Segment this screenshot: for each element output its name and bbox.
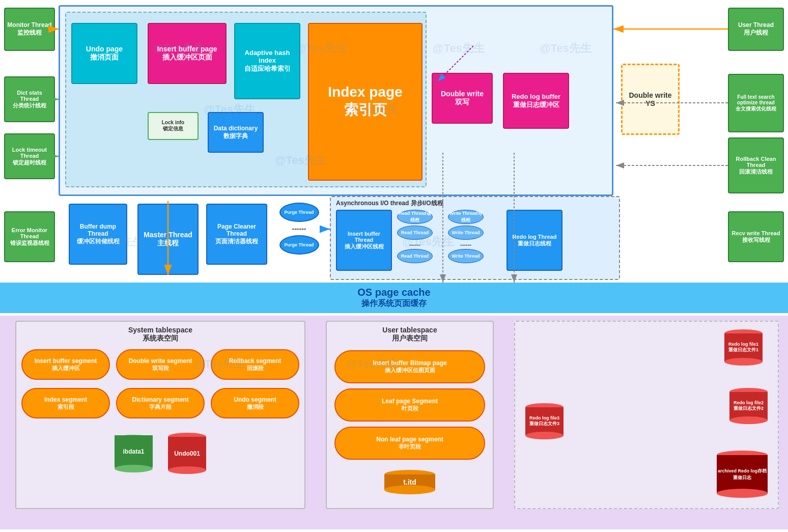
double-write-ys-text: Double write YS — [625, 91, 676, 107]
write-thread-1: Write Thread — [448, 226, 484, 240]
recv-write-thread-box: Recv write Thread 接收写线程 — [728, 211, 784, 262]
purge-thread-dots: ------ — [292, 225, 306, 233]
full-text-zh: 全文搜索优化线程 — [736, 105, 776, 113]
redo-log-file2-label: Redo log file2重做日志文件2 — [734, 400, 764, 412]
index-page-box: Index page 索引页 — [308, 23, 423, 181]
rollback-clean-thread-box: Rollback Clean Thread 回滚清洁线程 — [728, 137, 784, 193]
monitor-thread-box: Monitor Thread 监控线程 — [4, 8, 55, 51]
master-thread-box: Master Thread 主线程 — [137, 204, 199, 275]
rollback-clean-en: Rollback Clean Thread — [731, 156, 781, 168]
full-text-en: Full text search optimize thread — [731, 94, 781, 105]
archived-redo-log-cylinder: archived Redo log存档重做日志 — [717, 451, 768, 498]
write-thread-dots: ------ — [460, 241, 471, 247]
redo-log-file3-cylinder: Redo log file3重做日志文件3 — [525, 403, 564, 439]
double-write-segment: Double write segment 双写段 — [116, 349, 205, 380]
dict-stats-en: Dict stats Thread — [7, 90, 52, 102]
page-cleaner-en: Page Cleaner Thread — [209, 223, 264, 237]
undo-segment: Undo segment 撤消段 — [211, 388, 299, 418]
lock-info-zh: 锁定信息 — [163, 125, 183, 132]
insert-buffer-en: Insert buffer page — [157, 45, 217, 53]
index-page-zh: 索引页 — [344, 100, 387, 120]
data-dict-zh: 数据字典 — [223, 132, 248, 141]
redo-log-thread-box: Redo log Thread 重做日志线程 — [506, 210, 562, 271]
master-thread-zh: 主线程 — [157, 239, 179, 248]
os-cache-zh: 操作系统页面缓存 — [361, 298, 427, 309]
insert-buffer-zh: 插入缓冲区页面 — [162, 53, 212, 62]
user-tablespace-box: User tablespace 用户表空间 Insert buffer Bitm… — [326, 321, 494, 509]
read-thread-1: Read Thread — [397, 226, 433, 240]
buffer-dump-zh: 缓冲区转储线程 — [77, 237, 120, 246]
page-cleaner-zh: 页面清洁器线程 — [215, 237, 258, 246]
purge-thread-2-label: Purge Thread — [284, 242, 314, 247]
redo-log-thread-zh: 重做日志线程 — [518, 240, 551, 247]
double-write-zh: 双写 — [455, 98, 469, 107]
insert-buffer-thread-box: Insert buffer Thread 插入缓冲区线程 — [336, 210, 392, 271]
insert-buffer-thread-en: Insert buffer Thread — [339, 231, 389, 243]
data-dict-en: Data dictionary — [214, 125, 258, 132]
read-threads-col: Read Thread读线程 Read Thread ------ Read T… — [397, 210, 433, 263]
async-io-area: Asynchronous I/O thread 异步I/O线程 Insert b… — [330, 196, 620, 280]
user-tablespace-en: User tablespace — [382, 326, 437, 334]
undo-page-en: Undo page — [86, 45, 123, 53]
redo-log-buffer-en: Redo log buffer — [512, 93, 560, 100]
purge-threads-area: Purge Thread ------ Purge Thread — [277, 203, 321, 255]
redo-log-file1-label: Redo log file1重做日志文件1 — [728, 342, 758, 353]
write-thread-label: Write Thread写线程 — [448, 210, 484, 224]
data-dictionary-box: Data dictionary 数据字典 — [208, 112, 264, 153]
adaptive-hash-box: Adaptive hash index 自适应哈希索引 — [234, 23, 300, 99]
redo-log-thread-en: Redo log Thread — [513, 234, 557, 240]
dict-stats-zh: 分类统计线程 — [13, 102, 46, 109]
error-monitor-thread-box: Error Monitor Thread 错误监视器线程 — [4, 211, 55, 262]
redo-log-file2-cylinder: Redo log file2重做日志文件2 — [729, 388, 768, 424]
system-tablespace-en: System tablespace — [128, 326, 192, 334]
os-cache-en: OS page cache — [357, 287, 430, 298]
recv-write-en: Recv write Thread — [732, 230, 780, 236]
ibdata1-cylinder: ibdata1 — [115, 433, 153, 474]
read-thread-dots: ------ — [409, 241, 420, 247]
redo-log-buffer-box: Redo log buffer 重做日志缓冲区 — [503, 73, 569, 129]
buffer-pool-inner: Undo page 撤消页面 Insert buffer page 插入缓冲区页… — [65, 12, 427, 187]
read-thread-2: Read Thread — [397, 249, 433, 263]
double-write-ys-box: Double write YS — [621, 64, 680, 135]
diagram-container: @Tes先生 @Tes先生 @Tes先生 @Tes先生 @Tes先生 @Tes先… — [0, 0, 788, 532]
redo-log-files-area: Redo log file1重做日志文件1 Redo log file2重做日志… — [514, 321, 779, 509]
dict-stats-thread-box: Dict stats Thread 分类统计线程 — [4, 76, 55, 122]
index-segment: Index segment 索引段 — [21, 388, 110, 418]
redo-log-buffer-zh: 重做日志缓冲区 — [513, 100, 559, 109]
insert-buffer-thread-zh: 插入缓冲区线程 — [345, 243, 384, 250]
write-thread-2: Write Thread — [448, 249, 484, 263]
archived-redo-log-label: archived Redo log存档重做日志 — [717, 468, 768, 481]
adaptive-hash-zh: 自适应哈希索引 — [244, 64, 291, 73]
monitor-thread-zh: 监控线程 — [17, 29, 42, 37]
full-text-thread-box: Full text search optimize thread 全文搜索优化线… — [728, 74, 784, 132]
buffer-dump-thread-box: Buffer dump Thread 缓冲区转储线程 — [69, 204, 127, 265]
recv-write-zh: 接收写线程 — [742, 236, 770, 244]
system-tablespace-box: System tablespace 系统表空间 Insert buffer se… — [15, 321, 305, 509]
buffer-pool-outer: Undo page 撤消页面 Insert buffer page 插入缓冲区页… — [59, 5, 613, 196]
rollback-segment: Rollback segment 回滚段 — [211, 349, 299, 380]
adaptive-hash-en: Adaptive hash index — [237, 49, 297, 64]
error-monitor-en: Error Monitor Thread — [7, 227, 52, 239]
system-tablespace-zh: 系统表空间 — [143, 334, 178, 342]
non-leaf-segment-box: Non leaf page segment 非叶页段 — [334, 427, 485, 460]
user-tablespace-label: User tablespace 用户表空间 — [327, 322, 493, 345]
lock-timeout-en: Lock timeout Thread — [7, 147, 52, 159]
ibdata1-label: ibdata1 — [123, 448, 144, 455]
page-cleaner-thread-box: Page Cleaner Thread 页面清洁器线程 — [206, 204, 267, 265]
user-thread-en: User Thread — [738, 21, 774, 29]
lock-timeout-zh: 锁定超时线程 — [13, 159, 46, 166]
rollback-clean-zh: 回滚清洁线程 — [739, 168, 773, 176]
user-thread-box: User Thread 用户线程 — [728, 8, 784, 51]
purge-thread-2: Purge Thread — [279, 235, 319, 255]
insert-buffer-page-box: Insert buffer page 插入缓冲区页面 — [148, 23, 227, 84]
lock-info-en: Lock info — [162, 120, 184, 125]
user-thread-zh: 用户线程 — [744, 29, 768, 37]
double-write-box: Double write 双写 — [432, 73, 493, 124]
undo001-cylinder: Undo001 — [168, 433, 206, 474]
buffer-dump-en: Buffer dump Thread — [72, 223, 124, 237]
undo-page-zh: 撤消页面 — [90, 53, 119, 62]
titd-cylinder: t.itd — [384, 470, 435, 494]
error-monitor-zh: 错误监视器线程 — [10, 239, 49, 247]
purge-thread-1: Purge Thread — [279, 203, 319, 222]
monitor-thread-en: Monitor Thread — [7, 21, 51, 29]
